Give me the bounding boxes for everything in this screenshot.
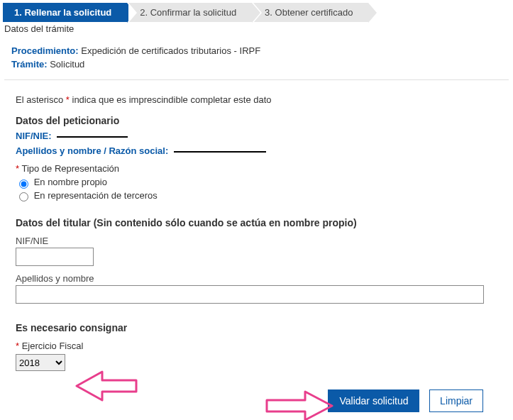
titular-name-label: Apellidos y nombre xyxy=(16,273,497,284)
annotation-arrow-left-icon xyxy=(74,370,138,402)
ejercicio-fiscal-label: Ejercicio Fiscal xyxy=(22,341,84,351)
annotation-arrow-right-icon xyxy=(264,390,335,420)
tramite-box: Procedimiento: Expedición de certificado… xyxy=(4,37,509,80)
peticionario-nif-label: NIF/NIE: xyxy=(16,131,52,141)
titular-nif-label: NIF/NIE xyxy=(16,236,497,246)
radio-representacion-terceros[interactable] xyxy=(19,192,28,201)
required-hint: El asterisco * indica que es imprescindi… xyxy=(16,94,497,105)
radio-nombre-propio-label: En nombre propio xyxy=(34,177,107,187)
heading-peticionario: Datos del peticionario xyxy=(16,115,497,126)
tramite-value: Solicitud xyxy=(50,59,84,70)
wizard-steps: 1. Rellenar la solicitud 2. Confirmar la… xyxy=(3,3,513,22)
procedimiento-value: Expedición de certificados tributarios -… xyxy=(81,45,260,56)
radio-nombre-propio[interactable] xyxy=(19,179,28,189)
section-title-tramite: Datos del trámite xyxy=(4,23,513,34)
radio-representacion-terceros-label: En representación de terceros xyxy=(34,190,158,201)
validar-solicitud-button[interactable]: Validar solicitud xyxy=(328,389,419,412)
peticionario-nif-value xyxy=(57,136,128,138)
tramite-label: Trámite: xyxy=(11,59,48,70)
limpiar-button[interactable]: Limpiar xyxy=(429,389,483,412)
heading-consignar: Es necesario consignar xyxy=(16,322,497,333)
required-star-tipo: * xyxy=(16,163,19,174)
procedimiento-label: Procedimiento: xyxy=(11,45,79,56)
step-1[interactable]: 1. Rellenar la solicitud xyxy=(3,3,127,22)
titular-nif-input[interactable] xyxy=(16,248,94,266)
step-3[interactable]: 3. Obtener certificado xyxy=(253,3,368,22)
tipo-representacion-label: Tipo de Representación xyxy=(21,163,119,174)
required-star-ejercicio: * xyxy=(16,341,19,351)
ejercicio-fiscal-select[interactable]: 2018 xyxy=(16,354,65,371)
heading-titular: Datos del titular (Sin contenido sólo cu… xyxy=(16,217,497,228)
titular-name-input[interactable] xyxy=(16,285,484,304)
peticionario-name-value xyxy=(174,151,266,153)
peticionario-name-label: Apellidos y nombre / Razón social: xyxy=(16,145,168,156)
step-2[interactable]: 2. Confirmar la solicitud xyxy=(128,3,252,22)
